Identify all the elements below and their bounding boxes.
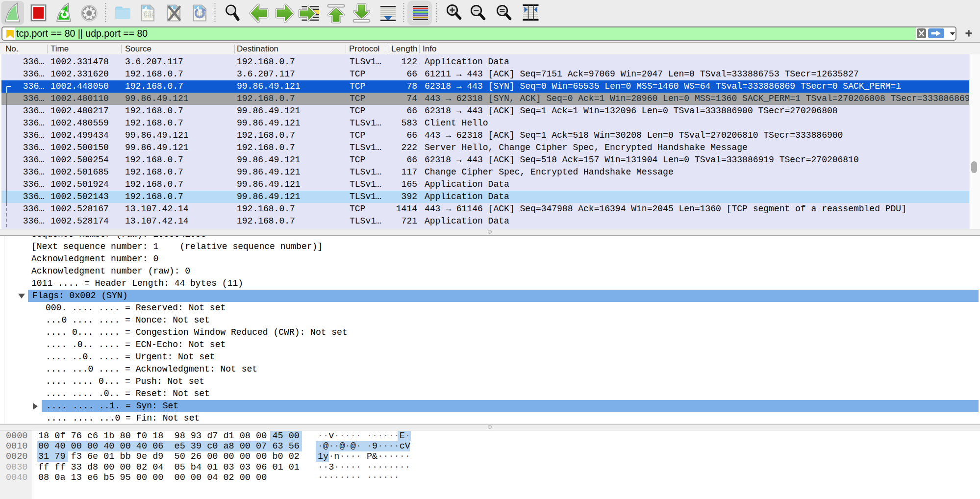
svg-text:01110: 01110 <box>144 15 153 19</box>
